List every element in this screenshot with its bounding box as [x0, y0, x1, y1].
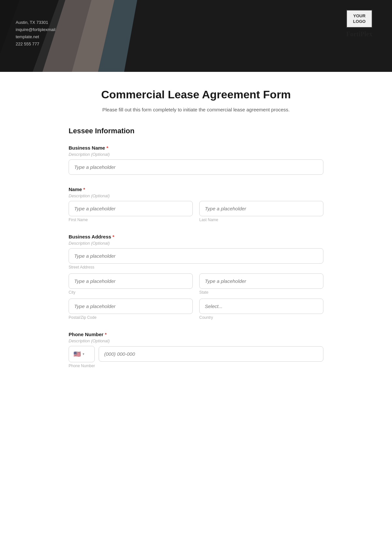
street-address-input[interactable] [69, 248, 323, 264]
business-address-required: * [112, 234, 114, 239]
city-col: City [69, 273, 193, 295]
form-subtitle: Please fill out this form completely to … [69, 106, 323, 114]
logo-box: YOUR LOGO [346, 10, 372, 28]
name-label-text: Name [69, 187, 82, 192]
address-line4: 222 555 777 [16, 41, 56, 48]
section-lessee-title: Lessee Information [69, 127, 323, 135]
business-address-group: Business Address * Description (Optional… [69, 234, 323, 320]
city-input[interactable] [69, 273, 193, 289]
phone-required: * [105, 332, 107, 337]
business-address-label-text: Business Address [69, 234, 111, 239]
street-address-sublabel: Street Address [69, 265, 323, 269]
state-sublabel: State [199, 290, 323, 295]
business-name-input[interactable] [69, 159, 323, 175]
svg-marker-7 [353, 46, 392, 72]
last-name-sublabel: Last Name [199, 218, 323, 222]
zip-sublabel: Postal/Zip Code [69, 315, 193, 320]
country-code-button[interactable]: 🇺🇸 ▾ [69, 346, 95, 362]
logo-text: YOUR LOGO [353, 13, 366, 24]
country-sublabel: Country [199, 315, 323, 320]
last-name-col: Last Name [199, 201, 323, 222]
city-state-row: City State [69, 273, 323, 295]
business-address-description: Description (Optional) [69, 241, 323, 246]
form-container: Commercial Lease Agreement Form Please f… [49, 72, 343, 406]
business-name-group: Business Name * Description (Optional) [69, 145, 323, 175]
phone-label-text: Phone Number [69, 332, 104, 337]
brand-name: FortiPlex [346, 30, 372, 38]
state-col: State [199, 273, 323, 295]
last-name-input[interactable] [199, 201, 323, 216]
name-description: Description (Optional) [69, 193, 323, 198]
country-col: Country [199, 299, 323, 320]
city-sublabel: City [69, 290, 193, 295]
logo-area: YOUR LOGO FortiPlex [346, 10, 372, 38]
name-required: * [83, 187, 85, 192]
street-address-row: Street Address [69, 248, 323, 269]
address-line2: inquire@fortiplexmail [16, 26, 56, 33]
phone-label: Phone Number * [69, 332, 323, 337]
form-title: Commercial Lease Agreement Form [69, 88, 323, 101]
business-name-description: Description (Optional) [69, 152, 323, 157]
zip-input[interactable] [69, 299, 193, 314]
header-right-graphic [353, 46, 392, 72]
phone-number-input[interactable] [99, 346, 323, 362]
country-input[interactable] [199, 299, 323, 314]
state-input[interactable] [199, 273, 323, 289]
name-group: Name * Description (Optional) First Name… [69, 187, 323, 222]
address-line3: template.net [16, 33, 56, 41]
first-name-input[interactable] [69, 201, 193, 216]
name-label: Name * [69, 187, 323, 192]
page-header: Austin, TX 73301 inquire@fortiplexmail t… [0, 0, 392, 72]
address-line1: Austin, TX 73301 [16, 19, 56, 26]
first-name-sublabel: First Name [69, 218, 193, 222]
header-address: Austin, TX 73301 inquire@fortiplexmail t… [16, 19, 56, 48]
business-address-label: Business Address * [69, 234, 323, 239]
zip-country-row: Postal/Zip Code Country [69, 299, 323, 320]
name-inputs-row: First Name Last Name [69, 201, 323, 222]
business-name-label-text: Business Name [69, 145, 105, 151]
country-flag: 🇺🇸 [74, 351, 81, 358]
zip-col: Postal/Zip Code [69, 299, 193, 320]
phone-group: Phone Number * Description (Optional) 🇺🇸… [69, 332, 323, 368]
phone-sublabel: Phone Number [69, 364, 323, 368]
chevron-down-icon: ▾ [83, 352, 84, 356]
business-name-required: * [106, 145, 108, 151]
business-name-label: Business Name * [69, 145, 323, 151]
phone-input-row: 🇺🇸 ▾ [69, 346, 323, 362]
first-name-col: First Name [69, 201, 193, 222]
phone-description: Description (Optional) [69, 338, 323, 343]
